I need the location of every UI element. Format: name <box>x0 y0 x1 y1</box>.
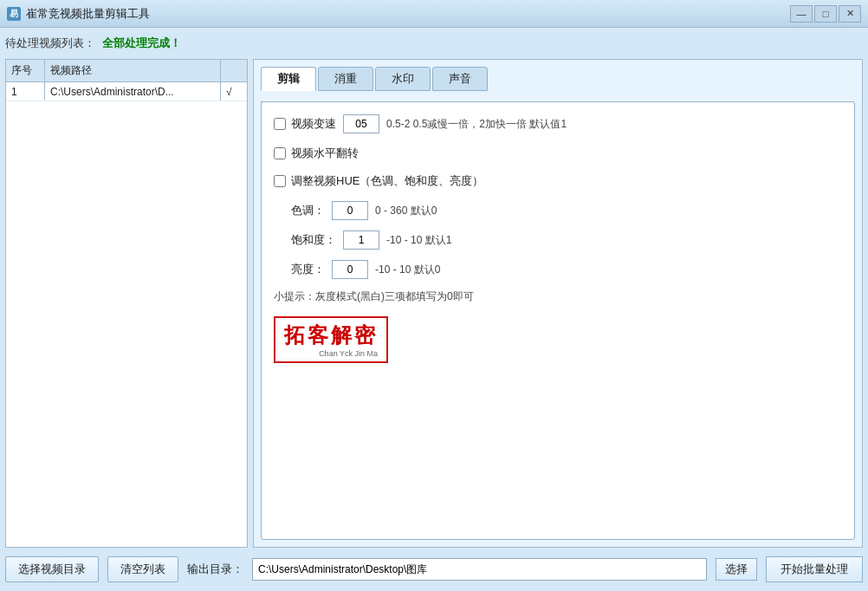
start-batch-button[interactable]: 开始批量处理 <box>766 556 863 582</box>
watermark-sub: Chan Yck Jin Ma <box>284 349 378 358</box>
tab-watermark[interactable]: 水印 <box>375 67 431 91</box>
hue-value-hint: 0 - 360 默认0 <box>375 204 437 218</box>
top-bar: 待处理视频列表： 全部处理完成！ <box>5 33 863 54</box>
speed-checkbox[interactable] <box>274 118 286 130</box>
row-check: √ <box>221 82 247 101</box>
table-row[interactable]: 1 C:\Users\Administrator\D... √ <box>6 82 247 101</box>
saturation-input[interactable] <box>343 231 379 250</box>
main-content: 待处理视频列表： 全部处理完成！ 序号 视频路径 1 C:\Users\Admi… <box>0 28 868 591</box>
flip-row: 视频水平翻转 <box>274 146 842 161</box>
speed-label: 视频变速 <box>291 116 336 132</box>
clear-list-button[interactable]: 清空列表 <box>107 556 178 582</box>
tab-bar: 剪辑 消重 水印 声音 <box>261 67 855 91</box>
settings-panel: 剪辑 消重 水印 声音 视频变速 0.5-2 0.5减慢一倍，2加快一倍 默认值… <box>253 59 863 548</box>
speed-input[interactable] <box>343 114 379 133</box>
tab-erase[interactable]: 消重 <box>318 67 373 91</box>
hue-label: 调整视频HUE（色调、饱和度、亮度） <box>291 173 483 189</box>
saturation-row: 饱和度： -10 - 10 默认1 <box>274 231 842 250</box>
title-bar-left: 易 崔常竞视频批量剪辑工具 <box>7 6 150 22</box>
speed-checkbox-row: 视频变速 <box>274 116 336 132</box>
app-icon: 易 <box>7 7 21 21</box>
table-body: 1 C:\Users\Administrator\D... √ <box>6 82 247 547</box>
tab-clip[interactable]: 剪辑 <box>261 67 316 91</box>
tab-audio[interactable]: 声音 <box>432 67 488 91</box>
status-text: 全部处理完成！ <box>102 36 181 51</box>
list-label: 待处理视频列表： <box>5 36 95 51</box>
hue-value-label: 色调： <box>291 203 325 218</box>
flip-label: 视频水平翻转 <box>291 146 359 161</box>
select-dir-button[interactable]: 选择视频目录 <box>5 556 99 582</box>
video-list-panel: 序号 视频路径 1 C:\Users\Administrator\D... √ <box>5 59 248 548</box>
watermark-stamp: 拓客解密 Chan Yck Jin Ma <box>274 316 388 363</box>
brightness-input[interactable] <box>332 260 368 279</box>
hue-value-input[interactable] <box>332 201 368 220</box>
select-output-button[interactable]: 选择 <box>716 558 757 581</box>
grayscale-tip: 小提示：灰度模式(黑白)三项都填写为0即可 <box>274 289 474 304</box>
brightness-hint: -10 - 10 默认0 <box>375 263 440 277</box>
table-header: 序号 视频路径 <box>6 60 247 82</box>
flip-checkbox-row: 视频水平翻转 <box>274 146 359 161</box>
row-num: 1 <box>6 82 45 101</box>
window-title: 崔常竞视频批量剪辑工具 <box>26 6 150 22</box>
col-header-path: 视频路径 <box>45 60 221 81</box>
brightness-label: 亮度： <box>291 262 325 277</box>
speed-row: 视频变速 0.5-2 0.5减慢一倍，2加快一倍 默认值1 <box>274 114 842 133</box>
hue-checkbox[interactable] <box>274 175 286 187</box>
maximize-button[interactable]: □ <box>814 5 837 23</box>
hue-checkbox-row: 调整视频HUE（色调、饱和度、亮度） <box>274 173 483 189</box>
row-path: C:\Users\Administrator\D... <box>45 82 221 101</box>
col-header-num: 序号 <box>6 60 45 81</box>
tip-row: 小提示：灰度模式(黑白)三项都填写为0即可 <box>274 289 842 304</box>
hue-value-row: 色调： 0 - 360 默认0 <box>274 201 842 220</box>
minimize-button[interactable]: — <box>790 5 813 23</box>
speed-hint: 0.5-2 0.5减慢一倍，2加快一倍 默认值1 <box>386 117 567 132</box>
hue-section-header: 调整视频HUE（色调、饱和度、亮度） <box>274 173 842 189</box>
flip-checkbox[interactable] <box>274 147 286 159</box>
output-label: 输出目录： <box>187 562 243 577</box>
watermark-text: 拓客解密 <box>284 324 378 347</box>
saturation-label: 饱和度： <box>291 232 336 248</box>
tab-content-clip: 视频变速 0.5-2 0.5减慢一倍，2加快一倍 默认值1 视频水平翻转 <box>261 101 855 540</box>
output-path-input[interactable] <box>252 558 707 581</box>
work-area: 序号 视频路径 1 C:\Users\Administrator\D... √ … <box>5 59 863 548</box>
saturation-hint: -10 - 10 默认1 <box>386 233 451 248</box>
col-header-extra <box>221 60 247 81</box>
brightness-row: 亮度： -10 - 10 默认0 <box>274 260 842 279</box>
title-bar: 易 崔常竞视频批量剪辑工具 — □ ✕ <box>0 0 868 28</box>
title-buttons: — □ ✕ <box>790 5 861 23</box>
close-button[interactable]: ✕ <box>839 5 861 23</box>
bottom-bar: 选择视频目录 清空列表 输出目录： 选择 开始批量处理 <box>5 553 863 586</box>
watermark-area: 拓客解密 Chan Yck Jin Ma <box>274 316 842 363</box>
